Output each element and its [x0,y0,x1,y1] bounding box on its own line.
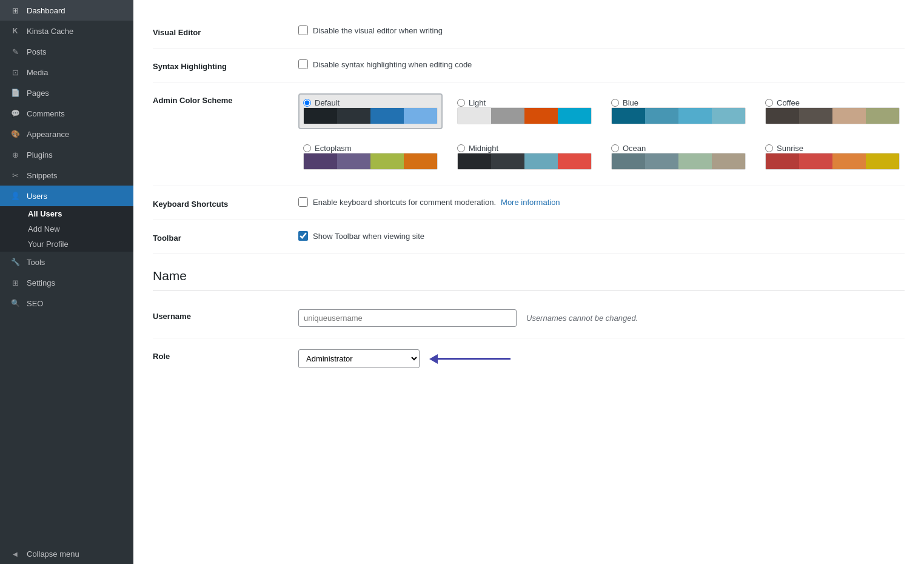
sidebar-item-label: SEO [27,299,43,308]
color-scheme-label-coffee[interactable]: Coffee [765,98,900,107]
swatch-block [304,153,337,169]
comments-icon [10,108,21,119]
keyboard-shortcuts-checkbox-label[interactable]: Enable keyboard shortcuts for comment mo… [298,197,905,207]
color-scheme-row: Admin Color Scheme DefaultLightBlueCoffe… [153,82,905,186]
color-scheme-option-default[interactable]: Default [298,93,443,129]
submenu-add-new[interactable]: Add New [0,221,133,237]
color-scheme-option-coffee[interactable]: Coffee [760,93,905,129]
visual-editor-checkbox-label[interactable]: Disable the visual editor when writing [298,25,905,35]
sidebar-item-plugins[interactable]: Plugins [0,144,133,165]
toolbar-content: Show Toolbar when viewing site [298,231,905,241]
visual-editor-label: Visual Editor [153,25,298,37]
color-scheme-radio-midnight[interactable] [457,144,465,152]
media-icon [10,67,21,78]
swatch-block [558,108,591,124]
swatch-block [766,108,799,124]
sidebar-item-comments[interactable]: Comments [0,103,133,124]
color-scheme-radio-ocean[interactable] [611,144,619,152]
color-scheme-option-light[interactable]: Light [452,93,597,129]
color-scheme-radio-default[interactable] [303,99,311,107]
syntax-highlighting-checkbox-label[interactable]: Disable syntax highlighting when editing… [298,59,905,69]
color-schemes-grid: DefaultLightBlueCoffeeEctoplasmMidnightO… [298,93,905,175]
sidebar-item-pages[interactable]: Pages [0,82,133,103]
plugins-icon [10,149,21,160]
keyboard-shortcuts-row: Keyboard Shortcuts Enable keyboard short… [153,186,905,220]
swatch-block [832,153,866,169]
swatch-block [678,108,712,124]
visual-editor-checkbox[interactable] [298,25,308,35]
color-scheme-radio-ectoplasm[interactable] [303,144,311,152]
sidebar-item-appearance[interactable]: Appearance [0,124,133,144]
color-scheme-label: Admin Color Scheme [153,93,298,105]
sidebar-item-kinsta-cache[interactable]: Kinsta Cache [0,21,133,41]
color-swatch-sunrise [765,153,900,170]
keyboard-shortcuts-content: Enable keyboard shortcuts for comment mo… [298,197,905,207]
sidebar-item-dashboard[interactable]: Dashboard [0,0,133,21]
sidebar-item-posts[interactable]: Posts [0,41,133,62]
sidebar-item-label: Users [27,192,47,201]
toolbar-checkbox[interactable] [298,231,308,241]
role-select[interactable]: SubscriberContributorAuthorEditorAdminis… [298,349,420,368]
keyboard-shortcuts-checkbox[interactable] [298,197,308,207]
username-label: Username [153,309,298,321]
dashboard-icon [10,5,21,16]
sidebar-item-tools[interactable]: Tools [0,252,133,272]
color-scheme-radio-light[interactable] [457,99,465,107]
color-swatch-ectoplasm [303,153,438,170]
sidebar-item-media[interactable]: Media [0,62,133,82]
swatch-block [832,108,866,124]
color-scheme-label-sunrise[interactable]: Sunrise [765,144,900,153]
sidebar-item-seo[interactable]: SEO [0,293,133,314]
sidebar-item-users[interactable]: Users [0,186,133,206]
color-scheme-radio-blue[interactable] [611,99,619,107]
sidebar-item-label: Snippets [27,171,58,180]
arrow-head [429,354,438,364]
username-content: Usernames cannot be changed. [298,309,905,327]
pages-icon [10,87,21,98]
swatch-block [799,153,832,169]
syntax-highlighting-checkbox[interactable] [298,59,308,69]
color-scheme-label-blue[interactable]: Blue [611,98,746,107]
color-scheme-radio-coffee[interactable] [765,99,773,107]
color-scheme-radio-sunrise[interactable] [765,144,773,152]
collapse-icon [10,548,21,559]
sidebar-item-label: Pages [27,89,49,98]
color-scheme-option-sunrise[interactable]: Sunrise [760,139,905,175]
color-scheme-label-default[interactable]: Default [303,98,438,107]
sidebar-item-label: Collapse menu [27,549,79,559]
sidebar-item-collapse[interactable]: Collapse menu [0,543,133,564]
swatch-block [645,108,678,124]
syntax-highlighting-checkbox-text: Disable syntax highlighting when editing… [313,60,472,69]
color-scheme-option-blue[interactable]: Blue [606,93,751,129]
toolbar-row: Toolbar Show Toolbar when viewing site [153,220,905,254]
username-row: Username Usernames cannot be changed. [153,298,905,338]
swatch-block [612,108,645,124]
color-scheme-label-midnight[interactable]: Midnight [457,144,592,153]
syntax-highlighting-label: Syntax Highlighting [153,59,298,71]
toolbar-checkbox-label[interactable]: Show Toolbar when viewing site [298,231,905,241]
color-scheme-name-sunrise: Sunrise [777,144,803,153]
color-scheme-name-coffee: Coffee [777,98,800,107]
keyboard-shortcuts-more-info-link[interactable]: More information [501,198,560,207]
content-area: Visual Editor Disable the visual editor … [133,0,924,564]
swatch-block [491,108,524,124]
visual-editor-content: Disable the visual editor when writing [298,25,905,35]
color-scheme-label-light[interactable]: Light [457,98,592,107]
color-scheme-option-midnight[interactable]: Midnight [452,139,597,175]
color-scheme-option-ectoplasm[interactable]: Ectoplasm [298,139,443,175]
color-scheme-option-ocean[interactable]: Ocean [606,139,751,175]
sidebar-item-snippets[interactable]: Snippets [0,165,133,186]
submenu-your-profile[interactable]: Your Profile [0,237,133,252]
color-scheme-label-ocean[interactable]: Ocean [611,144,746,153]
main-content: Visual Editor Disable the visual editor … [133,0,924,564]
color-scheme-label-ectoplasm[interactable]: Ectoplasm [303,144,438,153]
color-scheme-name-midnight: Midnight [469,144,498,153]
sidebar-item-settings[interactable]: Settings [0,272,133,293]
swatch-block [712,108,745,124]
color-scheme-content: DefaultLightBlueCoffeeEctoplasmMidnightO… [298,93,905,175]
swatch-block [370,108,404,124]
role-arrow-indicator [429,354,511,364]
username-input[interactable] [298,309,517,327]
sidebar-item-label: Comments [27,109,65,118]
submenu-all-users[interactable]: All Users [0,206,133,221]
